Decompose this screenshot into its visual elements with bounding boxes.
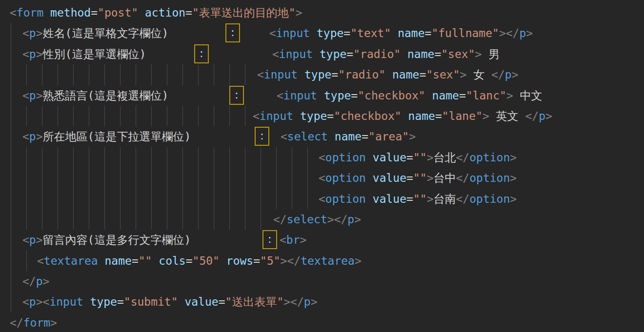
code-chunk: ：: [262, 230, 277, 250]
indent-guides: [11, 189, 308, 209]
code-token: 台北: [433, 151, 456, 164]
code-token: </: [491, 68, 505, 81]
code-token: >: [36, 234, 43, 246]
indent-guides: [11, 23, 12, 43]
code-line[interactable]: <input type="checkbox" name="lane"> 英文 <…: [0, 106, 644, 126]
code-line[interactable]: <input type="radio" name="sex"> 女 </p>: [0, 64, 644, 85]
code-token: >: [506, 89, 513, 102]
code-line[interactable]: </select></p>: [0, 209, 644, 230]
code-chunk: <select name="area">: [281, 126, 416, 147]
code-token: =: [362, 130, 368, 143]
code-line[interactable]: <p><input type="submit" value="送出表單"></p…: [0, 292, 644, 312]
code-line[interactable]: <p>所在地區(這是下拉選單欄位)：<select name="area">: [0, 126, 644, 147]
code-token: name: [398, 27, 424, 39]
code-token: form: [23, 316, 50, 329]
code-line[interactable]: <p>熟悉語言(這是複選欄位)：<input type="checkbox" n…: [0, 85, 644, 106]
code-line[interactable]: </form>: [0, 312, 644, 332]
code-token: >: [311, 295, 318, 308]
code-token: [317, 89, 324, 102]
code-token: >: [354, 213, 361, 226]
code-token: "radio": [338, 68, 385, 81]
code-token: p: [29, 48, 36, 60]
code-token: =: [425, 27, 432, 39]
code-chunk: <option value="">台南</option>: [319, 189, 517, 209]
code-token: value: [373, 151, 406, 164]
code-token: rows: [226, 254, 253, 267]
code-token: <: [319, 193, 325, 205]
code-chunk: <br>: [280, 230, 306, 250]
code-chunk: </p>: [22, 271, 49, 292]
code-token: input: [283, 89, 317, 102]
code-line[interactable]: <option value="">台中</option>: [0, 168, 644, 188]
code-token: <: [257, 68, 264, 81]
code-token: "checkbox": [334, 110, 401, 122]
code-token: "post": [98, 6, 138, 19]
code-line[interactable]: <textarea name="" cols="50" rows="5"></t…: [0, 251, 644, 271]
code-token: =: [434, 48, 441, 60]
code-token: [98, 254, 105, 267]
code-token: option: [469, 151, 510, 164]
code-token: [138, 6, 145, 19]
code-token: >: [36, 89, 43, 102]
code-line[interactable]: <p>留言內容(這是多行文字欄位)：<br>: [0, 230, 644, 250]
indent-guides: [11, 64, 246, 85]
unicode-highlight-colon: ：: [225, 23, 240, 42]
code-token: cols: [159, 254, 185, 267]
code-line[interactable]: <p>姓名(這是單格文字欄位)：<input type="text" name=…: [0, 23, 644, 43]
code-token: >: [510, 172, 517, 184]
code-token: =: [419, 68, 426, 81]
code-token: >: [427, 151, 434, 164]
code-token: </: [10, 316, 23, 329]
indent-guides: [11, 251, 27, 271]
code-token: <: [22, 89, 29, 102]
indent-guides: [11, 292, 12, 312]
code-chunk: </form>: [10, 312, 57, 332]
code-line[interactable]: <form method="post" action="表單送出的目的地">: [0, 2, 644, 23]
code-token: p: [347, 213, 354, 226]
code-token: =: [343, 27, 350, 39]
code-token: option: [325, 151, 366, 164]
code-token: 台中: [433, 172, 456, 184]
code-chunk: <input type="text" name="fullname"></p>: [269, 23, 533, 43]
code-chunk: <input type="checkbox" name="lane"> 英文 <…: [253, 106, 552, 126]
code-token: [366, 151, 373, 164]
unicode-highlight-colon: ：: [194, 44, 209, 63]
code-chunk: <input type="checkbox" name="lanc"> 中文: [277, 85, 543, 106]
code-token: method: [50, 6, 91, 19]
code-line[interactable]: </p>: [0, 271, 644, 292]
code-token: >: [545, 110, 552, 122]
code-editor[interactable]: <form method="post" action="表單送出的目的地"><p…: [0, 0, 644, 332]
code-chunk: <p><input type="submit" value="送出表單"></p…: [22, 292, 318, 312]
code-line[interactable]: <option value="">台北</option>: [0, 147, 644, 168]
code-token: =: [253, 254, 260, 267]
code-token: ></: [327, 213, 348, 226]
code-token: >: [296, 6, 302, 19]
code-token: value: [184, 295, 218, 308]
code-token: >: [427, 172, 434, 184]
code-token: "50": [193, 254, 220, 267]
code-token: =: [91, 6, 98, 19]
code-token: type: [320, 48, 346, 60]
code-token: name: [407, 48, 434, 60]
code-token: br: [286, 234, 300, 246]
code-token: [313, 48, 320, 60]
code-token: "sex": [426, 68, 460, 81]
code-line[interactable]: <p>性別(這是單選欄位)：<input type="radio" name="…: [0, 44, 644, 64]
indent-guides: [11, 230, 12, 250]
code-token: p: [29, 130, 36, 143]
code-token: option: [325, 172, 366, 184]
code-token: [366, 193, 373, 205]
code-token: =: [351, 89, 358, 102]
code-token: >: [50, 316, 57, 329]
code-token: =: [406, 151, 413, 164]
indent-guides: [11, 147, 308, 168]
code-chunk: <p>留言內容(這是多行文字欄位): [22, 230, 191, 250]
code-token: option: [469, 172, 510, 184]
code-token: input: [260, 110, 293, 122]
code-token: type: [324, 89, 351, 102]
code-token: <: [269, 27, 276, 39]
code-token: <: [253, 110, 260, 122]
code-chunk: <textarea name="" cols="50" rows="5"></t…: [37, 251, 362, 271]
code-line[interactable]: <option value="">台南</option>: [0, 189, 644, 209]
code-chunk: </select></p>: [273, 209, 361, 230]
